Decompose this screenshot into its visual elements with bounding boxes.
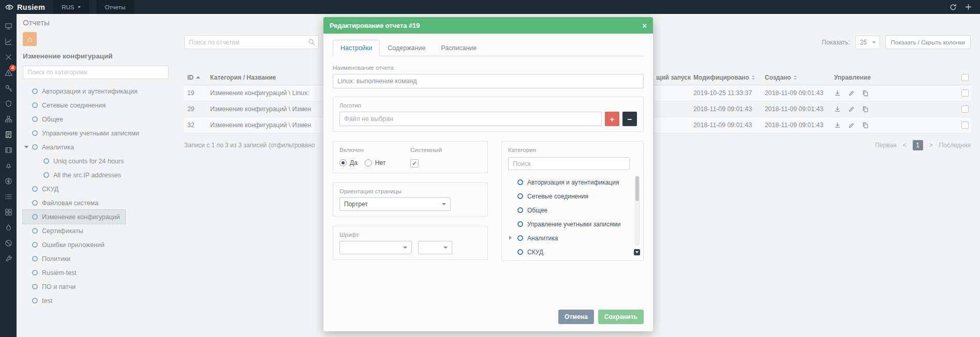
add-icon[interactable] [965,4,972,10]
enabled-yes-label: Да [350,159,358,166]
modal-tree-item[interactable]: Управление учетными записями [508,217,637,231]
enabled-yes-radio[interactable] [339,159,347,166]
save-button[interactable]: Сохранить [598,310,644,324]
billing-icon[interactable] [0,173,17,189]
category-circle-icon [517,249,523,255]
enabled-no-radio[interactable] [365,159,372,166]
modal-tree-item[interactable]: Сетевые соединения [508,189,637,203]
modal-tabs: Настройки Содержание Расписание [333,40,644,56]
language-label: RUS [62,4,74,10]
orientation-label: Ориентация страницы [339,188,481,194]
logo-remove-button[interactable]: − [622,112,637,126]
scrollbar-thumb[interactable] [635,176,639,201]
chevron-down-icon [635,251,639,253]
enabled-no-label: Нет [375,159,385,166]
nav-reports-label: Отчеты [105,4,125,10]
cancel-button[interactable]: Отмена [558,310,594,324]
notifications-icon[interactable] [0,158,17,173]
modal-tree-item-analytics[interactable]: Аналитика [508,231,637,245]
tab-content[interactable]: Содержание [380,40,433,56]
refresh-icon[interactable] [949,4,957,11]
category-circle-icon [517,207,523,213]
modal-body: Настройки Содержание Расписание Наименов… [323,34,653,331]
category-circle-icon [517,179,523,185]
logo-file-input[interactable] [339,112,602,126]
ban-icon[interactable] [0,235,17,251]
logo-label: Логотип [339,102,637,109]
tab-settings[interactable]: Настройки [333,40,380,56]
navbar-actions [949,4,980,11]
edit-report-modal: Редактирование отчета #19 × Настройки Со… [323,17,653,331]
caret-right-icon[interactable] [509,236,512,240]
reports-icon[interactable] [0,127,17,142]
chevron-down-icon [443,247,448,249]
alert-badge: 4 [9,65,16,71]
modal-tree-item-label: Управление учетными записями [527,221,620,228]
analytics-icon[interactable] [0,34,17,49]
modal-tree-item-label: Аналитика [527,235,558,242]
system-label: Системный [410,147,481,153]
modal-tree-item-label: Сетевые соединения [527,193,588,200]
orientation-value: Портрет [344,201,368,208]
tab-schedule[interactable]: Расписание [433,40,484,56]
modal-header: Редактирование отчета #19 × [323,17,653,34]
modal-tree-item[interactable]: Авторизация и аутентификация [508,175,637,189]
orientation-select[interactable]: Портрет [339,197,451,211]
chevron-down-icon [78,6,81,8]
modal-title: Редактирование отчета #19 [330,22,420,29]
font-label: Шрифт [339,232,481,238]
alerts-icon[interactable]: 4 [0,65,17,80]
dashboard-icon[interactable] [0,18,17,34]
icon-sidebar: 4 [0,14,17,337]
font-size-select[interactable] [418,241,452,254]
shield-icon[interactable] [0,96,17,111]
rusiem-logo-icon [5,4,13,11]
logo-add-button[interactable]: + [605,112,619,126]
modal-category-tree: Авторизация и аутентификация Сетевые сое… [508,175,637,259]
modal-category-search-input[interactable] [508,157,630,170]
modal-tree-item-label: СКУД [527,249,543,256]
brand-name: Rusiem [17,3,45,11]
language-dropdown[interactable]: RUS [53,0,89,14]
modal-tree-item-label: Общее [527,207,547,214]
fire-icon[interactable] [0,220,17,235]
report-name-group: Наименование отчета [333,65,644,88]
wrench-icon[interactable] [0,251,17,266]
tools-icon[interactable] [0,49,17,65]
brand[interactable]: Rusiem [0,3,53,11]
modal-footer: Отмена Сохранить [333,310,644,324]
modules-icon[interactable] [0,204,17,220]
category-circle-icon [517,193,523,199]
modal-tree-item[interactable]: СКУД [508,245,637,259]
top-navbar: Rusiem RUS Отчеты [0,0,980,14]
system-checkbox[interactable]: ✓ [410,159,419,167]
category-circle-icon [517,235,523,241]
report-name-label: Наименование отчета [333,65,644,71]
modal-category-section: Категория Авторизация и аутентификация С… [501,141,644,261]
font-family-select[interactable] [339,241,412,254]
tasks-list-icon[interactable] [0,189,17,204]
modal-tree-item-label: Авторизация и аутентификация [527,179,619,186]
topology-icon[interactable] [0,111,17,127]
chevron-down-icon [442,203,446,205]
category-circle-icon [517,221,523,227]
media-icon[interactable] [0,142,17,158]
scroll-down-button[interactable] [634,249,640,255]
modal-left-column: Включен Да Нет Системный ✓ Ори [333,141,488,260]
scrollbar-track[interactable] [635,176,640,245]
logo-section: Логотип + − [333,97,644,132]
modal-tree-item[interactable]: Общее [508,203,637,217]
enabled-section: Включен Да Нет Системный ✓ [333,141,488,173]
enabled-label: Включен [339,147,410,153]
font-section: Шрифт [333,226,488,260]
orientation-section: Ориентация страницы Портрет [333,182,488,217]
key-icon[interactable] [0,80,17,96]
category-label: Категория [508,147,637,153]
nav-item-reports[interactable]: Отчеты [96,0,133,14]
close-icon[interactable]: × [642,21,647,30]
chevron-down-icon [403,247,407,249]
report-name-input[interactable] [333,74,644,88]
